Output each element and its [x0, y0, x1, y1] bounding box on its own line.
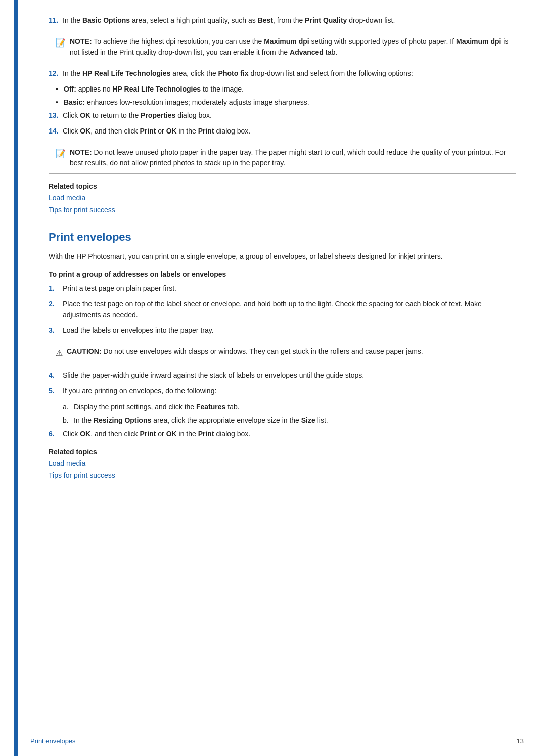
env-step-5: 5. If you are printing on envelopes, do …: [49, 386, 516, 396]
subheading-print-group: To print a group of addresses on labels …: [49, 270, 516, 278]
note-2-text: NOTE: Do not leave unused photo paper in…: [70, 147, 509, 168]
caution-box: ⚠ CAUTION: Do not use envelopes with cla…: [49, 341, 516, 365]
related-link-tips-1[interactable]: Tips for print success: [49, 204, 516, 216]
env-sub-step-a-text: Display the print settings, and click th…: [74, 402, 516, 412]
step-12: 12. In the HP Real Life Technologies are…: [49, 68, 516, 79]
related-topics-2: Related topics Load media Tips for print…: [49, 448, 516, 482]
bullet-1: • Off: applies no HP Real Life Technolog…: [56, 84, 516, 95]
env-step-4-number: 4.: [49, 370, 63, 381]
env-sub-step-b-text: In the Resizing Options area, click the …: [74, 415, 516, 426]
step-11: 11. In the Basic Options area, select a …: [49, 15, 516, 26]
step-11-text: In the Basic Options area, select a high…: [63, 15, 516, 26]
bullet-2-text: Basic: enhances low-resolution images; m…: [64, 97, 516, 108]
step-13-number: 13.: [49, 110, 63, 121]
env-sub-step-b: b. In the Resizing Options area, click t…: [63, 415, 516, 426]
step-11-number: 11.: [49, 15, 63, 26]
note-box-2: 📝 NOTE: Do not leave unused photo paper …: [49, 142, 516, 174]
step-12-text: In the HP Real Life Technologies area, c…: [63, 68, 516, 79]
bullet-2: • Basic: enhances low-resolution images;…: [56, 97, 516, 108]
page-footer: Print envelopes 13: [30, 737, 524, 745]
env-step-6-text: Click OK, and then click Print or OK in …: [63, 429, 516, 439]
env-sub-step-b-label: b.: [63, 415, 74, 426]
related-topics-1-heading: Related topics: [49, 182, 516, 190]
note-1-text: NOTE: To achieve the highest dpi resolut…: [70, 36, 509, 58]
step-14-text: Click OK, and then click Print or OK in …: [63, 126, 516, 137]
print-envelopes-intro: With the HP Photosmart, you can print on…: [49, 251, 516, 262]
related-link-tips-2[interactable]: Tips for print success: [49, 470, 516, 482]
note-box-1: 📝 NOTE: To achieve the highest dpi resol…: [49, 31, 516, 63]
footer-page-number: 13: [517, 737, 524, 745]
footer-section-label: Print envelopes: [30, 737, 76, 745]
side-tab-bar: [14, 0, 18, 756]
caution-icon: ⚠: [56, 347, 63, 360]
bullet-dot-2: •: [56, 97, 64, 108]
env-step-3: 3. Load the labels or envelopes into the…: [49, 325, 516, 336]
env-step-1-number: 1.: [49, 283, 63, 294]
env-step-3-number: 3.: [49, 325, 63, 336]
step-13: 13. Click OK to return to the Properties…: [49, 110, 516, 121]
caution-text: CAUTION: Do not use envelopes with clasp…: [67, 346, 509, 360]
related-topics-2-heading: Related topics: [49, 448, 516, 456]
env-sub-step-a-label: a.: [63, 402, 74, 412]
env-step-1-text: Print a test page on plain paper first.: [63, 283, 516, 294]
bullet-dot-1: •: [56, 84, 64, 95]
side-tab: Print: [0, 0, 18, 756]
note-icon-2: 📝: [56, 148, 66, 168]
bullet-1-text: Off: applies no HP Real Life Technologie…: [64, 84, 516, 95]
env-step-5-text: If you are printing on envelopes, do the…: [63, 386, 516, 396]
step-14: 14. Click OK, and then click Print or OK…: [49, 126, 516, 137]
env-step-2-text: Place the test page on top of the label …: [63, 299, 516, 320]
env-step-4-text: Slide the paper-width guide inward again…: [63, 370, 516, 381]
note-icon-1: 📝: [56, 37, 66, 58]
related-link-load-media-1[interactable]: Load media: [49, 192, 516, 204]
env-step-3-text: Load the labels or envelopes into the pa…: [63, 325, 516, 336]
env-step-1: 1. Print a test page on plain paper firs…: [49, 283, 516, 294]
env-step-2: 2. Place the test page on top of the lab…: [49, 299, 516, 320]
page-content: 11. In the Basic Options area, select a …: [18, 0, 546, 756]
step-12-number: 12.: [49, 68, 63, 79]
step-14-number: 14.: [49, 126, 63, 137]
step-13-text: Click OK to return to the Properties dia…: [63, 110, 516, 121]
env-step-5-number: 5.: [49, 386, 63, 396]
env-step-6-number: 6.: [49, 429, 63, 439]
env-step-4: 4. Slide the paper-width guide inward ag…: [49, 370, 516, 381]
related-topics-1: Related topics Load media Tips for print…: [49, 182, 516, 216]
env-sub-step-a: a. Display the print settings, and click…: [63, 402, 516, 412]
related-link-load-media-2[interactable]: Load media: [49, 458, 516, 470]
env-step-6: 6. Click OK, and then click Print or OK …: [49, 429, 516, 439]
env-step-2-number: 2.: [49, 299, 63, 320]
print-envelopes-heading: Print envelopes: [49, 231, 516, 244]
